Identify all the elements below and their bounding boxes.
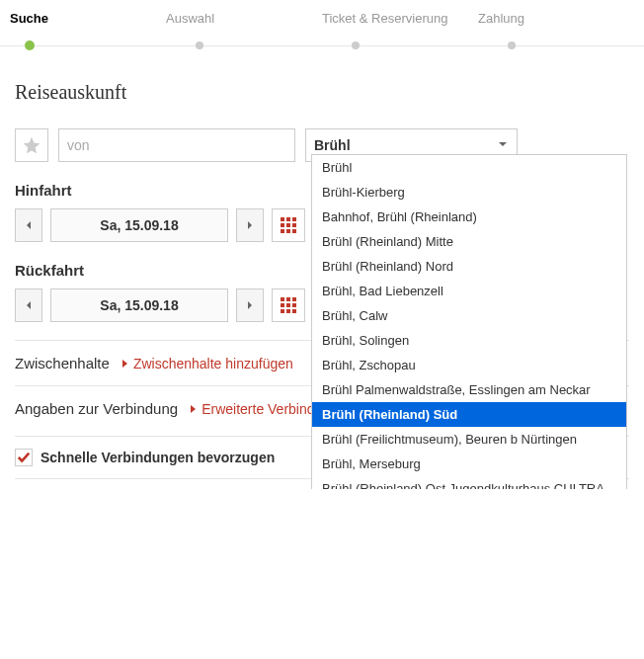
suggestion-item[interactable]: Brühl (Rheinland) Ost Jugendkulturhaus C… <box>312 476 626 489</box>
suggestion-item[interactable]: Brühl Palmenwaldstraße, Esslingen am Nec… <box>312 377 626 402</box>
star-icon <box>22 135 41 155</box>
outbound-prev-button[interactable] <box>15 208 42 242</box>
return-prev-button[interactable] <box>15 288 42 322</box>
chevron-right-icon <box>190 404 198 414</box>
progress-step-ticket: Ticket & Reservierung <box>322 10 478 45</box>
return-calendar-button[interactable] <box>272 288 305 322</box>
suggestion-item[interactable]: Brühl-Kierberg <box>312 180 626 205</box>
chevron-down-icon <box>497 137 509 153</box>
to-input-value: Brühl <box>314 137 351 153</box>
return-date-field[interactable]: Sa, 15.09.18 <box>50 288 228 322</box>
chevron-right-icon <box>121 359 129 369</box>
favorite-button-from[interactable] <box>15 128 48 162</box>
progress-step-selection: Auswahl <box>166 10 322 45</box>
progress-bar: Suche Auswahl Ticket & Reservierung Zahl… <box>0 0 644 46</box>
progress-step-payment: Zahlung <box>478 10 634 45</box>
stopovers-link-text: Zwischenhalte hinzufügen <box>133 356 293 371</box>
outbound-calendar-button[interactable] <box>272 208 305 242</box>
stopovers-add-link[interactable]: Zwischenhalte hinzufügen <box>121 356 293 371</box>
suggestion-item[interactable]: Brühl (Rheinland) Süd <box>312 402 626 427</box>
chevron-left-icon <box>24 220 34 230</box>
chevron-right-icon <box>245 300 255 310</box>
suggestion-item[interactable]: Brühl (Freilichtmuseum), Beuren b Nürtin… <box>312 427 626 452</box>
suggestion-item[interactable]: Brühl <box>312 155 626 180</box>
step-label: Suche <box>10 11 48 26</box>
calendar-icon <box>281 297 296 313</box>
return-next-button[interactable] <box>236 288 264 322</box>
step-label: Ticket & Reservierung <box>322 11 447 26</box>
chevron-left-icon <box>24 300 34 310</box>
suggestion-item[interactable]: Brühl, Zschopau <box>312 353 626 377</box>
suggestion-item[interactable]: Brühl (Rheinland) Mitte <box>312 229 626 254</box>
suggestion-item[interactable]: Bahnhof, Brühl (Rheinland) <box>312 205 626 229</box>
from-input[interactable] <box>58 128 295 162</box>
suggestion-item[interactable]: Brühl, Calw <box>312 303 626 328</box>
outbound-date-field[interactable]: Sa, 15.09.18 <box>50 208 228 242</box>
outbound-next-button[interactable] <box>236 208 264 242</box>
suggestion-item[interactable]: Brühl, Solingen <box>312 328 626 353</box>
step-label: Auswahl <box>166 11 214 26</box>
connection-label: Angaben zur Verbindung <box>15 400 178 417</box>
suggestion-item[interactable]: Brühl (Rheinland) Nord <box>312 254 626 279</box>
step-label: Zahlung <box>478 11 524 26</box>
suggestion-item[interactable]: Brühl, Merseburg <box>312 452 626 476</box>
content: Reiseauskunft Brühl BrühlBrühl-KierbergB… <box>0 46 644 489</box>
page-title: Reiseauskunft <box>15 81 629 104</box>
stopovers-label: Zwischenhalte <box>15 355 110 371</box>
calendar-icon <box>281 217 296 233</box>
fast-connections-label: Schnelle Verbindungen bevorzugen <box>40 450 275 465</box>
suggestions-list[interactable]: BrühlBrühl-KierbergBahnhof, Brühl (Rhein… <box>312 155 626 489</box>
progress-step-search: Suche <box>10 10 166 45</box>
suggestion-item[interactable]: Brühl, Bad Liebenzell <box>312 279 626 303</box>
suggestions-dropdown: BrühlBrühl-KierbergBahnhof, Brühl (Rhein… <box>311 154 627 489</box>
fast-connections-checkbox[interactable] <box>15 449 33 466</box>
chevron-right-icon <box>245 220 255 230</box>
check-icon <box>17 451 31 464</box>
